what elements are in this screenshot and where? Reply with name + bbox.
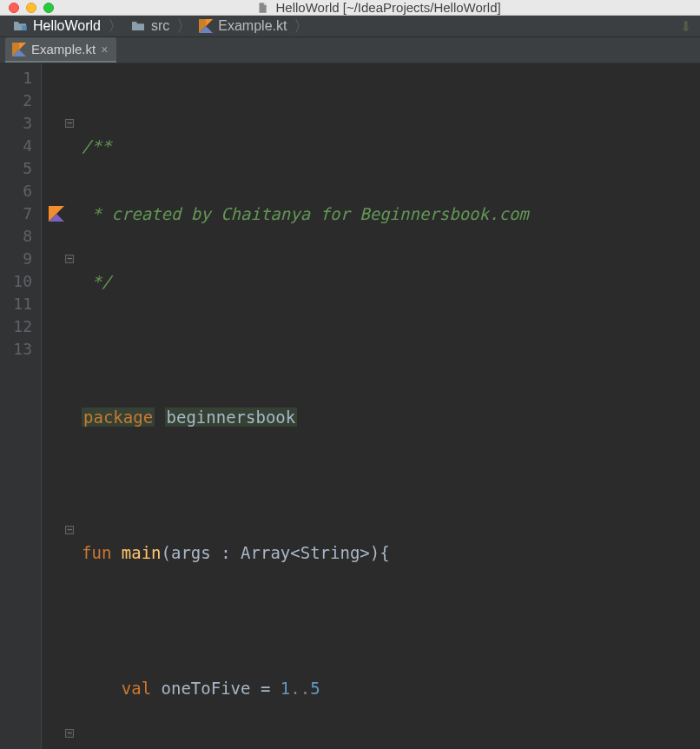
line-number: 2	[5, 89, 32, 112]
breadcrumb-folder-label: src	[151, 18, 169, 34]
fold-toggle-icon[interactable]: −	[65, 729, 74, 738]
line-number: 4	[5, 135, 32, 157]
folder-icon	[130, 20, 146, 32]
code-line[interactable]	[82, 338, 700, 361]
line-number: 3	[5, 112, 32, 135]
line-number: 11	[5, 293, 32, 315]
tab-label: Example.kt	[31, 42, 96, 56]
code-editor[interactable]: 1 2 3 4 5 6 7 8 9 10 11 12 13 − − −	[0, 63, 700, 749]
breadcrumb-folder[interactable]: src	[127, 18, 173, 34]
code-line[interactable]	[82, 474, 700, 496]
window-titlebar: HelloWorld [~/IdeaProjects/HelloWorld]	[0, 0, 700, 16]
line-number: 7	[5, 202, 32, 225]
navigation-breadcrumb: HelloWorld 〉 src 〉 Example.kt 〉 ⬇	[0, 16, 700, 37]
line-number: 12	[5, 315, 32, 338]
breadcrumb-right-indicator: ⬇	[680, 18, 691, 35]
line-number: 5	[5, 157, 32, 180]
fold-toggle-icon[interactable]: −	[65, 119, 74, 128]
line-number: 9	[5, 248, 32, 270]
line-number: 10	[5, 270, 32, 293]
line-number: 13	[5, 338, 32, 361]
svg-rect-0	[22, 25, 27, 30]
code-line[interactable]: * created by Chaitanya for Beginnersbook…	[82, 202, 700, 225]
close-window-button[interactable]	[9, 3, 19, 13]
window-title: HelloWorld [~/IdeaProjects/HelloWorld]	[66, 0, 691, 15]
tab-example-kt[interactable]: Example.kt ×	[5, 37, 116, 63]
project-folder-icon	[12, 20, 28, 32]
svg-marker-3	[206, 19, 213, 26]
window-title-text: HelloWorld [~/IdeaProjects/HelloWorld]	[276, 0, 501, 15]
editor-gutter: 1 2 3 4 5 6 7 8 9 10 11 12 13	[0, 63, 42, 749]
breadcrumb-project-label: HelloWorld	[33, 18, 101, 34]
breadcrumb-file-label: Example.kt	[218, 18, 287, 34]
code-line[interactable]	[82, 609, 700, 632]
line-number: 8	[5, 225, 32, 248]
code-line[interactable]: fun main(args : Array<String>){	[82, 541, 700, 564]
editor-tabbar: Example.kt ×	[0, 37, 700, 63]
breadcrumb-separator-icon: 〉	[290, 16, 313, 36]
breadcrumb-project[interactable]: HelloWorld	[9, 18, 104, 34]
zoom-window-button[interactable]	[43, 3, 54, 13]
code-area[interactable]: − − − − − − /** * created by Chaitanya f…	[42, 63, 700, 749]
fold-toggle-icon[interactable]: −	[65, 526, 74, 534]
kotlin-file-icon	[12, 43, 26, 56]
fold-end-icon[interactable]: −	[65, 255, 74, 263]
breadcrumb-separator-icon: 〉	[173, 16, 195, 36]
line-number: 6	[5, 180, 32, 202]
line-number: 1	[5, 67, 32, 89]
breadcrumb-file[interactable]: Example.kt	[195, 18, 290, 34]
kotlin-file-icon	[199, 19, 213, 33]
code-line[interactable]: /**	[82, 135, 700, 157]
code-line[interactable]: package beginnersbook	[82, 406, 700, 428]
traffic-lights	[9, 3, 54, 13]
code-line[interactable]: val oneToFive = 1..5	[82, 677, 700, 699]
breadcrumb-separator-icon: 〉	[104, 16, 127, 36]
document-icon	[256, 2, 268, 14]
fold-column: − − − − − −	[61, 67, 78, 749]
code-line[interactable]: */	[82, 270, 700, 293]
close-tab-icon[interactable]: ×	[101, 43, 108, 56]
code-line[interactable]: for (n in oneToFive.reversed()){	[82, 745, 700, 749]
minimize-window-button[interactable]	[26, 3, 36, 13]
svg-marker-6	[19, 43, 26, 50]
